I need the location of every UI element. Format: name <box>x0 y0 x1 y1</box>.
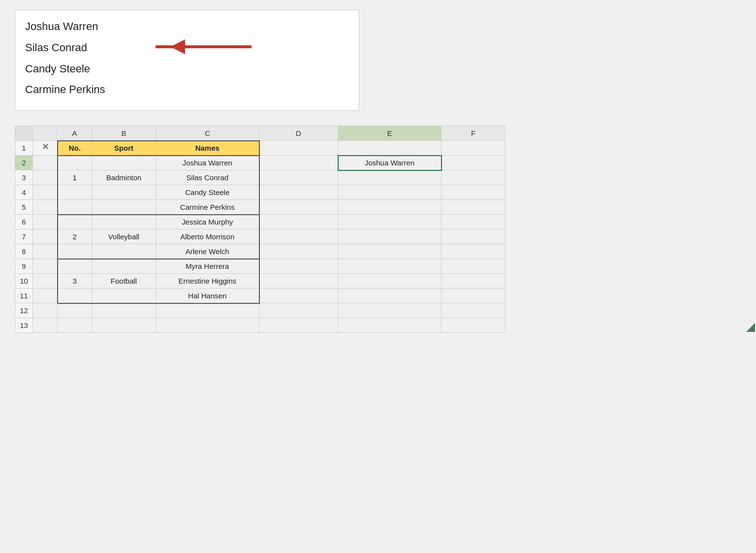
cell-1f <box>441 141 505 156</box>
cell-10d <box>259 274 338 289</box>
cell-5f <box>441 200 505 215</box>
table-row: 4 Candy Steele <box>15 185 505 200</box>
cell-2c[interactable]: Joshua Warren <box>156 156 259 170</box>
cell-7c[interactable]: Alberto Morrison <box>156 229 259 244</box>
annotation-arrow-right <box>156 32 264 62</box>
cell-12c[interactable] <box>156 303 259 318</box>
cell-7b[interactable]: Volleyball <box>92 229 156 244</box>
cell-13b[interactable] <box>92 318 156 333</box>
cell-3a[interactable]: 1 <box>58 170 92 185</box>
cell-3b[interactable]: Badminton <box>92 170 156 185</box>
cell-9f <box>441 259 505 274</box>
cell-8a[interactable] <box>58 244 92 259</box>
cell-13f <box>441 318 505 333</box>
cell-9d <box>259 259 338 274</box>
cell-11a[interactable] <box>58 289 92 303</box>
cell-4c[interactable]: Candy Steele <box>156 185 259 200</box>
cell-5d <box>259 200 338 215</box>
col-header-d[interactable]: D <box>259 126 338 141</box>
cell-8c[interactable]: Arlene Welch <box>156 244 259 259</box>
cell-11e <box>338 289 441 303</box>
cell-7a[interactable]: 2 <box>58 229 92 244</box>
cell-8d <box>259 244 338 259</box>
cell-3c[interactable]: Silas Conrad <box>156 170 259 185</box>
cell-5a[interactable] <box>58 200 92 215</box>
spreadsheet-table: A B C D E F 1 No. Sport Names <box>15 126 505 333</box>
cell-10b[interactable]: Football <box>92 274 156 289</box>
table-row: 13 <box>15 318 505 333</box>
header-no[interactable]: No. <box>58 141 92 156</box>
row-11-extra <box>33 289 58 303</box>
autocomplete-dropdown[interactable]: Joshua Warren Silas Conrad Candy Steele … <box>15 10 359 111</box>
close-button[interactable]: ✕ <box>42 141 49 152</box>
table-row: 1 No. Sport Names <box>15 141 505 156</box>
cell-12a[interactable] <box>58 303 92 318</box>
cell-9b[interactable] <box>92 259 156 274</box>
cell-2d <box>259 156 338 170</box>
cell-8e <box>338 244 441 259</box>
col-header-f[interactable]: F <box>441 126 505 141</box>
cell-8f <box>441 244 505 259</box>
cell-4f <box>441 185 505 200</box>
cell-3e <box>338 170 441 185</box>
table-row: 2 Joshua Warren Joshua Warren <box>15 156 505 170</box>
col-header-e[interactable]: E <box>338 126 441 141</box>
cell-3d <box>259 170 338 185</box>
cell-4b[interactable] <box>92 185 156 200</box>
header-sport[interactable]: Sport <box>92 141 156 156</box>
row-6-extra <box>33 215 58 229</box>
cell-5c[interactable]: Carmine Perkins <box>156 200 259 215</box>
cell-12b[interactable] <box>92 303 156 318</box>
cell-2e[interactable]: Joshua Warren <box>338 156 441 170</box>
cell-11b[interactable] <box>92 289 156 303</box>
row-4-extra <box>33 185 58 200</box>
cell-2a[interactable] <box>58 156 92 170</box>
row-num-11: 11 <box>15 289 33 303</box>
row-num-6: 6 <box>15 215 33 229</box>
col-header-b[interactable]: B <box>92 126 156 141</box>
header-names[interactable]: Names <box>156 141 259 156</box>
cell-5b[interactable] <box>92 200 156 215</box>
row-10-extra <box>33 274 58 289</box>
row-num-10: 10 <box>15 274 33 289</box>
cell-13e <box>338 318 441 333</box>
table-row: 12 <box>15 303 505 318</box>
dropdown-item-3[interactable]: Candy Steele <box>25 59 349 80</box>
cell-12e <box>338 303 441 318</box>
cell-10e <box>338 274 441 289</box>
cell-6d <box>259 215 338 229</box>
cell-1d <box>259 141 338 156</box>
row-num-9: 9 <box>15 259 33 274</box>
cell-2b[interactable] <box>92 156 156 170</box>
cell-10f <box>441 274 505 289</box>
row-13-extra <box>33 318 58 333</box>
cell-6c[interactable]: Jessica Murphy <box>156 215 259 229</box>
cell-5e <box>338 200 441 215</box>
cell-13a[interactable] <box>58 318 92 333</box>
cell-9e <box>338 259 441 274</box>
cell-8b[interactable] <box>92 244 156 259</box>
cell-7d <box>259 229 338 244</box>
col-header-a[interactable]: A <box>58 126 92 141</box>
cell-9a[interactable] <box>58 259 92 274</box>
row-8-extra <box>33 244 58 259</box>
corner-cell <box>15 126 33 141</box>
table-row: 5 Carmine Perkins <box>15 200 505 215</box>
cell-2f <box>441 156 505 170</box>
cell-6e <box>338 215 441 229</box>
cell-10c[interactable]: Ernestine Higgins <box>156 274 259 289</box>
table-row: 10 3 Football Ernestine Higgins <box>15 274 505 289</box>
cell-9c[interactable]: Myra Herrera <box>156 259 259 274</box>
cell-6a[interactable] <box>58 215 92 229</box>
row-9-extra <box>33 259 58 274</box>
cell-13d <box>259 318 338 333</box>
row-12-extra <box>33 303 58 318</box>
cell-10a[interactable]: 3 <box>58 274 92 289</box>
col-header-c[interactable]: C <box>156 126 259 141</box>
cell-6b[interactable] <box>92 215 156 229</box>
cell-4a[interactable] <box>58 185 92 200</box>
cell-11c[interactable]: Hal Hansen <box>156 289 259 303</box>
cell-13c[interactable] <box>156 318 259 333</box>
table-row: 6 Jessica Murphy <box>15 215 505 229</box>
dropdown-item-4[interactable]: Carmine Perkins <box>25 79 349 100</box>
